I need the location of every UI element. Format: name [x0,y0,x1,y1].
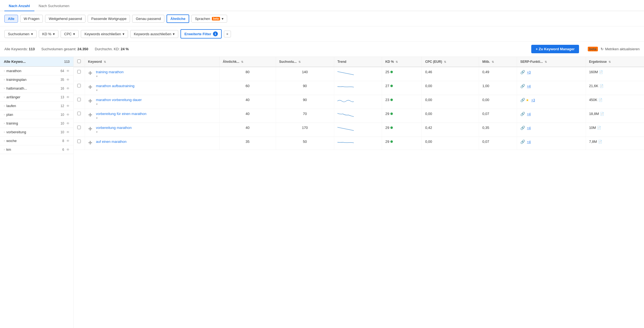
eye-icon[interactable]: 👁 [66,69,70,73]
sidebar-item[interactable]: › plan 10 👁 [0,110,73,119]
kd-dot [390,71,393,73]
eye-icon[interactable]: 👁 [66,78,70,82]
select-all-checkbox[interactable] [77,60,81,63]
serp-plus[interactable]: +4 [527,84,531,88]
cpc-cell: 0,42 [422,123,479,137]
tab-nach-suchvolumen[interactable]: Nach Suchvolumen [34,1,74,11]
eye-icon[interactable]: 👁 [66,122,70,125]
sidebar-item[interactable]: › training 10 👁 [0,119,73,128]
sidebar-item-label: vorbereitung [6,130,26,134]
add-keyword-icon[interactable]: ✚ [88,98,92,104]
add-keyword-icon[interactable]: ✚ [88,70,92,76]
sidebar-item-left: › trainingsplan [4,78,26,82]
th-trend[interactable]: Trend [334,57,382,67]
sidebar-item[interactable]: › anfänger 13 👁 [0,93,73,102]
th-ergebnisse[interactable]: Ergebnisse ⇅ [586,57,644,67]
filter-genau[interactable]: Genau passend [132,15,164,23]
row-checkbox[interactable] [77,84,81,87]
th-mitb[interactable]: Mitb. ⇅ [479,57,517,67]
filter-sprachen[interactable]: Sprachen beta ▾ [191,15,227,23]
sidebar-item[interactable]: › km 6 👁 [0,145,73,154]
aehnlichkeit-cell: 80 [219,67,276,81]
keyword-link[interactable]: training marathon [96,70,124,74]
sidebar-header: Alle Keywo... 113 [0,57,73,67]
advanced-filter-btn[interactable]: Erweiterte Filter 1 [180,29,221,39]
sidebar-item[interactable]: › halbmarath... 16 👁 [0,84,73,93]
cpc-cell: 0,00 [422,81,479,95]
filter-kd[interactable]: KD % ▾ [39,30,58,38]
filter-weitgehend[interactable]: Weitgehend passend [45,15,85,23]
metrics-update-button[interactable]: beta ↻ Metriken aktualisieren [588,47,640,51]
row-checkbox[interactable] [77,140,81,143]
trend-cell [334,137,382,150]
expand-keyword-btn[interactable]: ▾ [96,116,98,120]
expand-keyword-btn[interactable]: ▾ [96,75,98,78]
eye-icon[interactable]: 👁 [66,95,70,99]
expand-keyword-btn[interactable]: ▾ [96,130,98,134]
row-checkbox[interactable] [77,98,81,101]
suchvolumen-cell: 170 [276,123,334,137]
sidebar-item[interactable]: › trainingsplan 35 👁 [0,75,73,84]
filter-alle[interactable]: Alle [4,15,18,23]
sidebar-item[interactable]: › woche 8 👁 [0,137,73,145]
filter-passende[interactable]: Passende Wortgruppe [88,15,130,23]
sidebar-item[interactable]: › laufen 12 👁 [0,102,73,110]
close-advanced-filter-button[interactable]: × [224,31,231,37]
refresh-icon: ↻ [601,47,604,51]
expand-keyword-btn[interactable]: ▾ [96,102,98,106]
kd-value: 24 % [121,47,129,51]
keyword-link[interactable]: marathon vorbereitung dauer [96,98,142,102]
serp-link-icon[interactable]: 🔗 [520,84,525,88]
th-serp[interactable]: SERP-Funkti... ⇅ [517,57,586,67]
filter-keywords-ein[interactable]: Keywords einschließen ▾ [81,30,128,38]
sidebar-item-left: › halbmarath... [4,86,27,90]
filter-w-fragen[interactable]: W-Fragen [20,15,43,23]
filter-cpc[interactable]: CPC ▾ [61,30,79,38]
filter-aehnliche[interactable]: Ähnliche [167,14,189,23]
serp-link-icon[interactable]: 🔗 [520,98,525,102]
suchvolumen-cell: 140 [276,67,334,81]
keyword-link[interactable]: vorbereitung für einen marathon [96,112,147,116]
mitb-cell: 0,00 [479,95,517,109]
eye-icon[interactable]: 👁 [66,139,70,143]
keyword-link[interactable]: vorbereitung marathon [96,126,132,130]
filter-keywords-aus[interactable]: Keywords ausschließen ▾ [130,30,178,38]
eye-icon[interactable]: 👁 [66,148,70,152]
add-keyword-icon[interactable]: ✚ [88,126,92,132]
eye-icon[interactable]: 👁 [66,87,70,90]
row-checkbox[interactable] [77,112,81,115]
row-checkbox[interactable] [77,70,81,73]
expand-keyword-btn[interactable]: ▾ [96,88,98,92]
add-keyword-icon[interactable]: ✚ [88,140,92,146]
filter-suchvolumen[interactable]: Suchvolumen ▾ [4,30,37,38]
th-keyword[interactable]: Keyword ⇅ [85,57,219,67]
keyword-link[interactable]: auf einen marathon [96,140,127,144]
serp-link-icon[interactable]: 🔗 [520,70,525,74]
serp-plus[interactable]: +4 [527,140,531,144]
serp-plus[interactable]: +3 [531,98,535,102]
row-checkbox[interactable] [77,126,81,129]
sidebar-count: 35 [61,78,64,82]
serp-plus[interactable]: +4 [527,112,531,116]
keyword-link[interactable]: marathon aufbautraining [96,84,135,88]
add-keyword-icon[interactable]: ✚ [88,112,92,118]
serp-plus[interactable]: +3 [527,70,531,74]
th-cpc[interactable]: CPC (EUR) ⇅ [422,57,479,67]
add-keyword-icon[interactable]: ✚ [88,84,92,90]
serp-plus[interactable]: +4 [527,126,531,130]
th-kd[interactable]: KD % ⇅ [382,57,422,67]
eye-icon[interactable]: 👁 [66,113,70,117]
th-suchvolumen[interactable]: Suchvolu... ⇅ [276,57,334,67]
th-aehnlichkeit[interactable]: Ähnlichk... ⇅ [219,57,276,67]
chevron-right-icon: › [4,131,5,134]
tab-nach-anzahl[interactable]: Nach Anzahl [4,1,34,11]
serp-link-icon[interactable]: 🔗 [520,112,525,116]
kw-manager-button[interactable]: + Zu Keyword Manager [531,45,579,53]
th-checkbox[interactable] [74,57,85,67]
sidebar-item[interactable]: › marathon 64 👁 [0,67,73,75]
eye-icon[interactable]: 👁 [66,104,70,108]
serp-link-icon[interactable]: 🔗 [520,140,525,144]
serp-link-icon[interactable]: 🔗 [520,126,525,130]
sidebar-item[interactable]: › vorbereitung 10 👁 [0,128,73,137]
eye-icon[interactable]: 👁 [66,130,70,134]
